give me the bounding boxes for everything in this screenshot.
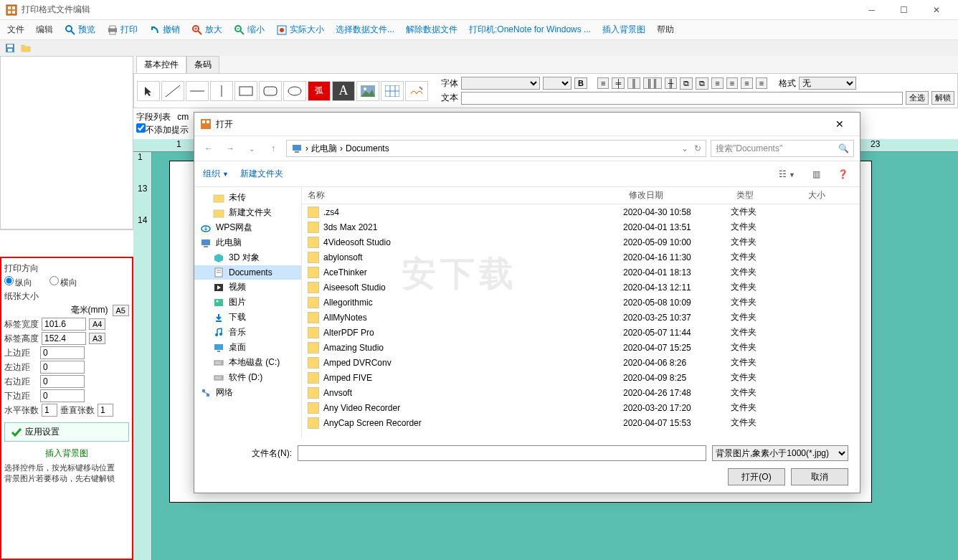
tree-node[interactable]: 下载 [194,310,301,325]
tree-node[interactable]: 网络 [194,385,301,400]
tree-node[interactable]: Documents [194,265,301,280]
a4-button[interactable]: A4 [89,318,105,330]
apply-settings-button[interactable]: 应用设置 [4,422,129,442]
align-c2-icon[interactable]: ≡ [726,77,738,89]
select-all-button[interactable]: 全选 [906,91,929,105]
file-row[interactable]: AnyCap Screen Recorder 2020-04-07 15:53 … [302,415,860,430]
new-folder-button[interactable]: 新建文件夹 [240,168,283,180]
file-row[interactable]: 4Videosoft Studio 2020-05-09 10:00 文件夹 [302,234,860,250]
h-pages-input[interactable] [42,404,57,417]
align-r2-icon[interactable]: ≡ [741,77,752,89]
insert-bg-link[interactable]: 插入背景图 [4,447,129,460]
menu-help[interactable]: 帮助 [653,22,678,38]
preview-pane-button[interactable]: ▥ [810,169,823,179]
nav-up-button[interactable]: ↑ [265,140,282,157]
tree-node[interactable]: 音乐 [194,325,301,340]
a3-button[interactable]: A3 [89,333,105,344]
open-icon[interactable] [19,41,33,55]
portrait-radio[interactable]: 纵向 [4,276,32,289]
tool-grid[interactable] [381,81,404,101]
align-center-icon[interactable]: ╪ [612,77,625,89]
col-type[interactable]: 类型 [731,189,802,201]
align-left-icon[interactable]: ≡ [597,77,609,89]
tool-line1[interactable] [161,81,184,101]
margin-left-input[interactable] [40,361,85,374]
menu-printer[interactable]: 打印机:OneNote for Windows ... [465,22,595,38]
tree-node[interactable]: 视频 [194,280,301,295]
align-j2-icon[interactable]: ≡ [756,77,767,89]
tree-node[interactable]: 本地磁盘 (C:) [194,355,301,370]
margin-top-input[interactable] [40,346,85,359]
font-size-select[interactable] [543,77,572,90]
a5-button[interactable]: A5 [113,305,129,316]
file-row[interactable]: Anvsoft 2020-04-26 17:48 文件夹 [302,385,860,400]
margin-bottom-input[interactable] [40,389,85,402]
tool-arc[interactable]: 弧 [308,81,331,101]
menu-unlink-data[interactable]: 解除数据文件 [402,22,462,38]
tree-node[interactable]: 桌面 [194,340,301,355]
landscape-radio[interactable]: 横向 [49,276,77,289]
align-hmid-icon[interactable]: ╫ [665,77,678,89]
file-row[interactable]: Amped FIVE 2020-04-09 8:25 文件夹 [302,370,860,385]
filename-input[interactable] [298,445,706,461]
align-h-icon[interactable]: ║║ [643,77,662,89]
menu-insert-bg[interactable]: 插入背景图 [598,22,650,38]
organize-button[interactable]: 组织 ▼ [203,168,229,180]
file-row[interactable]: Amped DVRConv 2020-04-06 8:26 文件夹 [302,355,860,370]
file-row[interactable]: Aiseesoft Studio 2020-04-13 12:11 文件夹 [302,280,860,295]
bold-button[interactable]: B [574,77,587,89]
file-row[interactable]: 3ds Max 2021 2020-04-01 13:51 文件夹 [302,219,860,234]
no-hint-checkbox[interactable]: 不添加提示 [136,125,189,135]
label-height-input[interactable] [42,332,86,345]
open-button[interactable]: 打开(O) [728,468,785,485]
tool-text[interactable]: A [332,81,355,101]
menu-select-data[interactable]: 选择数据文件... [331,22,399,38]
file-row[interactable]: Amazing Studio 2020-04-07 15:25 文件夹 [302,340,860,355]
menu-edit[interactable]: 编辑 [32,22,57,38]
col-size[interactable]: 大小 [802,189,860,201]
font-select[interactable] [461,77,540,90]
cancel-button[interactable]: 取消 [791,468,848,485]
tool-ellipse[interactable] [283,81,306,101]
save-icon[interactable] [3,41,17,55]
path-bar[interactable]: › 此电脑 › Documents ⌄ ↻ [286,140,706,157]
filter-select[interactable]: 背景图片,象素小于1000(*.jpg) [712,445,848,461]
nav-forward-button[interactable]: → [222,140,239,157]
file-row[interactable]: .zs4 2020-04-30 10:58 文件夹 [302,204,860,219]
dialog-close-button[interactable]: ✕ [825,118,854,130]
tree-node[interactable]: WPS网盘 [194,220,301,235]
tree-node[interactable]: 3D 对象 [194,250,301,265]
tab-basic[interactable]: 基本控件 [136,56,186,73]
file-row[interactable]: abylonsoft 2020-04-16 11:30 文件夹 [302,250,860,265]
menu-preview[interactable]: 预览 [60,22,100,38]
tool-image[interactable] [356,81,379,101]
tree-node[interactable]: 此电脑 [194,235,301,250]
file-row[interactable]: AllMyNotes 2020-03-25 10:37 文件夹 [302,310,860,325]
maximize-button[interactable]: ☐ [888,0,920,20]
nav-history-button[interactable]: ⌄ [243,140,260,157]
tool-rect[interactable] [234,81,257,101]
close-button[interactable]: ✕ [920,0,952,20]
margin-right-input[interactable] [40,375,85,388]
nav-back-button[interactable]: ← [200,140,217,157]
menu-undo[interactable]: 撤销 [145,22,184,38]
format-select[interactable]: 无 [799,77,856,90]
file-row[interactable]: AceThinker 2020-04-01 18:13 文件夹 [302,265,860,280]
tool-sign[interactable] [405,81,428,101]
tree-node[interactable]: 图片 [194,295,301,310]
menu-zoom-out[interactable]: 缩小 [229,22,269,38]
v-pages-input[interactable] [98,404,113,417]
tool-line2[interactable] [186,81,209,101]
col-name[interactable]: 名称 [302,189,623,201]
unlock-button[interactable]: 解锁 [931,91,954,105]
menu-file[interactable]: 文件 [3,22,29,38]
tree-node[interactable]: 软件 (D:) [194,370,301,385]
label-width-input[interactable] [42,318,86,331]
tool-line3[interactable] [210,81,233,101]
menu-actual-size[interactable]: 实际大小 [272,22,328,38]
search-input[interactable]: 搜索"Documents" 🔍 [711,140,854,157]
align-v-icon[interactable]: ║ [627,77,640,89]
tree-node[interactable]: 新建文件夹 [194,205,301,220]
file-row[interactable]: AlterPDF Pro 2020-05-07 11:44 文件夹 [302,325,860,340]
help-icon[interactable]: ❓ [835,169,851,179]
